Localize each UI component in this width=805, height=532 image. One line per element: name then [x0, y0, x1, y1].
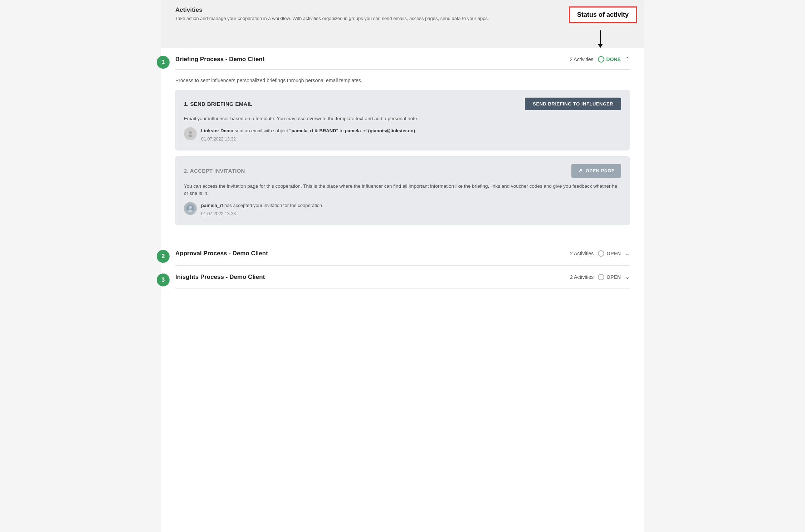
group-3-chevron-icon[interactable]: ⌄	[625, 274, 630, 280]
status-callout: Status of activity	[569, 6, 637, 23]
group-3-title: Inisghts Process - Demo Client	[175, 274, 570, 281]
log-2-actor: pamela_rf	[201, 203, 223, 208]
group-2-wrapper: 2 Approval Process - Demo Client 2 Activ…	[161, 242, 644, 265]
activity-1-avatar	[184, 127, 197, 140]
open-page-label: OPEN PAGE	[586, 168, 615, 173]
log-1-action: sent an email with subject	[233, 128, 289, 133]
activity-2-title: 2. ACCEPT INVITATION	[184, 168, 245, 174]
log-1-to: to	[338, 128, 345, 133]
activity-1-log-content: Linkster Demo sent an email with subject…	[201, 127, 416, 143]
activity-1-header: 1. SEND BRIEFING EMAIL SEND BRIEFING TO …	[184, 98, 621, 110]
page-title: Activities	[175, 6, 630, 14]
log-1-recipient: pamela_rf (giannis@linkster.co)	[345, 128, 415, 133]
activity-card-1: 1. SEND BRIEFING EMAIL SEND BRIEFING TO …	[175, 90, 630, 151]
send-briefing-button[interactable]: SEND BRIEFING TO INFLUENCER	[525, 98, 621, 110]
group-2-status-text: OPEN	[606, 251, 621, 256]
activity-1-log: Linkster Demo sent an email with subject…	[184, 127, 621, 143]
group-1-body: Process to sent influencers personalized…	[175, 70, 630, 242]
page-wrapper: Activities Take action and manage your c…	[161, 0, 644, 532]
group-1-number-badge: 1	[157, 56, 170, 69]
group-1-header[interactable]: Briefing Process - Demo Client 2 Activit…	[175, 48, 630, 70]
group-2-number-badge: 2	[157, 250, 170, 263]
group-1-status-circle	[598, 56, 604, 63]
arrow-container	[161, 29, 644, 48]
group-2-status-circle	[598, 250, 604, 257]
svg-point-0	[189, 131, 192, 134]
group-1-activity-count: 2 Activities	[570, 56, 593, 62]
group-3-status-badge: OPEN	[598, 274, 621, 280]
status-callout-label: Status of activity	[577, 11, 629, 18]
group-1-status-text: DONE	[606, 56, 621, 62]
log-2-timestamp: 01.07.2022 13:33	[201, 210, 323, 217]
activity-2-body: You can access the invitation page for t…	[184, 183, 621, 197]
group-2-chevron-icon[interactable]: ⌄	[625, 250, 630, 257]
open-page-ext-icon: ↗	[578, 168, 583, 174]
activity-2-header: 2. ACCEPT INVITATION ↗ OPEN PAGE	[184, 164, 621, 178]
group-3-status-text: OPEN	[606, 274, 621, 280]
arrow-line	[600, 30, 601, 44]
group-3-status-circle	[598, 274, 604, 280]
log-2-action: has accepted your invitation for the coo…	[223, 203, 323, 208]
svg-point-1	[188, 134, 192, 137]
activity-2-log-content: pamela_rf has accepted your invitation f…	[201, 202, 323, 217]
group-1-chevron-icon[interactable]: ⌃	[625, 56, 630, 63]
group-3-meta: 2 Activities OPEN ⌄	[570, 274, 630, 280]
group-3-header[interactable]: Inisghts Process - Demo Client 2 Activit…	[175, 266, 630, 289]
activity-1-body: Email your influencer based on a templat…	[184, 115, 621, 122]
arrow-head	[598, 44, 603, 48]
group-3-number-badge: 3	[157, 274, 170, 286]
log-1-timestamp: 01.07.2022 13:32	[201, 136, 416, 143]
group-3-wrapper: 3 Inisghts Process - Demo Client 2 Activ…	[161, 266, 644, 289]
open-page-button[interactable]: ↗ OPEN PAGE	[571, 164, 621, 178]
group-2-title: Approval Process - Demo Client	[175, 250, 570, 257]
group-2-status-badge: OPEN	[598, 250, 621, 257]
group-1-wrapper: 1 Briefing Process - Demo Client 2 Activ…	[161, 48, 644, 242]
group-2-activity-count: 2 Activities	[570, 251, 594, 256]
activity-2-avatar	[184, 202, 197, 215]
page-description: Take action and manage your cooperation …	[175, 15, 630, 22]
group-1-status-badge: DONE	[598, 56, 621, 63]
group-1-title: Briefing Process - Demo Client	[175, 56, 570, 63]
svg-point-3	[189, 206, 192, 209]
activity-1-title: 1. SEND BRIEFING EMAIL	[184, 101, 253, 107]
group-3-activity-count: 2 Activities	[570, 274, 594, 280]
activity-2-log: pamela_rf has accepted your invitation f…	[184, 202, 621, 217]
group-1-description: Process to sent influencers personalized…	[175, 78, 630, 83]
activity-card-2: 2. ACCEPT INVITATION ↗ OPEN PAGE You can…	[175, 156, 630, 225]
group-2-meta: 2 Activities OPEN ⌄	[570, 250, 630, 257]
svg-point-4	[188, 210, 193, 212]
log-1-subject: "pamela_rf & BRAND"	[289, 128, 338, 133]
status-arrow	[598, 30, 603, 48]
group-1-meta: 2 Activities DONE ⌃	[570, 56, 630, 63]
group-2-header[interactable]: Approval Process - Demo Client 2 Activit…	[175, 242, 630, 265]
log-1-actor: Linkster Demo	[201, 128, 233, 133]
page-header: Activities Take action and manage your c…	[161, 0, 644, 29]
